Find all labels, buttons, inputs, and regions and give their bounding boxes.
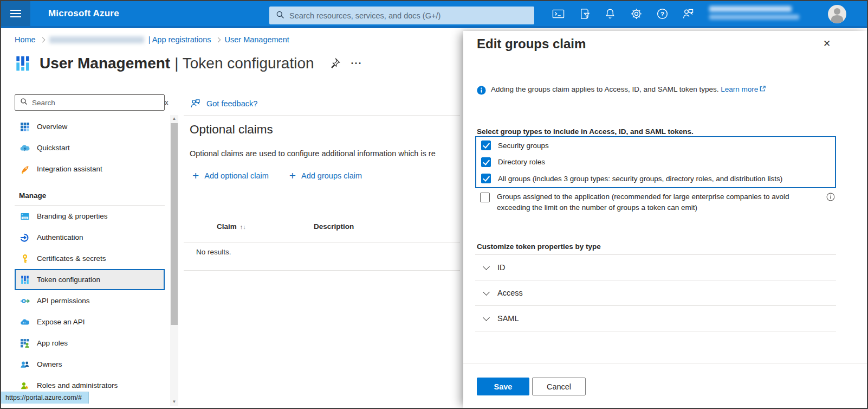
sidebar-item-overview[interactable]: Overview bbox=[15, 116, 165, 137]
help-icon[interactable]: ? bbox=[656, 7, 669, 20]
security-groups-checkbox-row[interactable]: Security groups bbox=[476, 137, 835, 154]
info-outline-icon[interactable] bbox=[826, 193, 835, 203]
rocket-icon bbox=[20, 164, 30, 174]
divider bbox=[184, 115, 460, 116]
accordion-access[interactable]: Access bbox=[475, 280, 836, 306]
feedback-icon bbox=[190, 98, 201, 109]
edit-groups-claim-panel: Edit groups claim ✕ Adding the groups cl… bbox=[463, 31, 868, 408]
svg-text:?: ? bbox=[660, 10, 664, 17]
breadcrumb-home[interactable]: Home bbox=[15, 35, 36, 44]
token-configuration-icon bbox=[15, 54, 31, 73]
search-icon bbox=[276, 10, 284, 21]
sidebar-item-branding-properties[interactable]: www Branding & properties bbox=[15, 206, 165, 227]
chevron-down-icon bbox=[483, 314, 490, 321]
info-text: Adding the groups claim applies to Acces… bbox=[491, 85, 718, 93]
sort-icon: ↑↓ bbox=[240, 223, 246, 230]
chevron-right-icon bbox=[215, 37, 221, 42]
token-configuration-icon bbox=[20, 275, 30, 285]
settings-gear-icon[interactable] bbox=[630, 7, 643, 20]
roles-administrators-icon bbox=[20, 381, 30, 391]
hamburger-icon bbox=[10, 10, 21, 11]
external-link-icon bbox=[759, 85, 766, 94]
checkbox-unchecked-icon[interactable] bbox=[480, 193, 490, 202]
authentication-icon bbox=[20, 233, 30, 242]
accordion-saml[interactable]: SAML bbox=[475, 306, 836, 331]
sidebar-item-quickstart[interactable]: Quickstart bbox=[15, 137, 165, 158]
got-feedback-link[interactable]: Got feedback? bbox=[190, 98, 257, 109]
cloud-shell-icon[interactable] bbox=[552, 7, 565, 20]
claim-column-header[interactable]: Claim ↑↓ bbox=[217, 222, 246, 231]
breadcrumb: Home | App registrations User Management bbox=[15, 34, 289, 45]
all-groups-checkbox-row[interactable]: All groups (includes 3 group types: secu… bbox=[476, 170, 835, 187]
sidebar-scrollbar[interactable]: ▲ ▼ bbox=[170, 115, 178, 406]
chevron-right-icon bbox=[40, 37, 45, 42]
customize-token-properties-label: Customize token properties by type bbox=[477, 242, 601, 251]
save-button[interactable]: Save bbox=[477, 378, 529, 395]
account-email-redacted bbox=[709, 6, 792, 12]
overview-icon bbox=[20, 122, 30, 132]
groups-assigned-checkbox-row[interactable]: Groups assigned to the application (reco… bbox=[475, 191, 822, 214]
search-icon bbox=[20, 98, 28, 107]
status-bar-url: https://portal.azure.com/# bbox=[1, 392, 89, 404]
sidebar-item-api-permissions[interactable]: API permissions bbox=[15, 290, 165, 311]
api-permissions-icon bbox=[20, 296, 30, 306]
plus-icon: + bbox=[192, 171, 199, 181]
add-optional-claim-button[interactable]: + Add optional claim bbox=[192, 171, 269, 181]
sidebar-item-certificates-secrets[interactable]: Certificates & secrets bbox=[15, 248, 165, 269]
directory-filter-icon[interactable] bbox=[578, 7, 591, 20]
global-search-input[interactable]: Search resources, services, and docs (G+… bbox=[269, 7, 534, 24]
sidebar-item-expose-api[interactable]: Expose an API bbox=[15, 311, 165, 333]
sidebar-item-integration-assistant[interactable]: Integration assistant bbox=[15, 158, 165, 180]
learn-more-link[interactable]: Learn more bbox=[721, 85, 758, 93]
scroll-down-arrow-icon[interactable]: ▼ bbox=[170, 398, 178, 406]
sidebar-item-authentication[interactable]: Authentication bbox=[15, 227, 165, 248]
scroll-up-arrow-icon[interactable]: ▲ bbox=[170, 115, 178, 123]
accordion-id[interactable]: ID bbox=[475, 255, 836, 280]
no-results-text: No results. bbox=[196, 248, 231, 256]
checkbox-checked-icon[interactable] bbox=[481, 157, 491, 167]
sidebar-search-input[interactable]: Search bbox=[15, 94, 165, 111]
info-icon bbox=[477, 86, 486, 97]
divider bbox=[463, 363, 868, 363]
checkbox-checked-icon[interactable] bbox=[481, 140, 491, 150]
optional-claims-description: Optional claims are used to configure ad… bbox=[190, 149, 436, 158]
directory-roles-checkbox-row[interactable]: Directory roles bbox=[476, 154, 835, 171]
top-bar-bottom-strip bbox=[1, 26, 867, 28]
cancel-button[interactable]: Cancel bbox=[532, 378, 586, 395]
breadcrumb-user-management[interactable]: User Management bbox=[225, 35, 289, 44]
sidebar-nav: Overview Quickstart Integration assistan… bbox=[15, 116, 165, 396]
more-options-icon[interactable]: ··· bbox=[351, 61, 362, 66]
divider bbox=[184, 270, 460, 271]
token-configuration-content: Got feedback? Optional claims Optional c… bbox=[184, 93, 460, 409]
breadcrumb-tenant-redacted[interactable] bbox=[49, 36, 144, 43]
group-types-box: Security groups Directory roles All grou… bbox=[475, 136, 836, 188]
select-group-types-label: Select group types to include in Access,… bbox=[477, 127, 694, 136]
page-title: User Management| Token configuration bbox=[40, 55, 314, 72]
info-message: Adding the groups claim applies to Acces… bbox=[477, 85, 856, 97]
panel-title: Edit groups claim bbox=[477, 36, 586, 52]
avatar[interactable] bbox=[828, 5, 846, 23]
notifications-bell-icon[interactable] bbox=[604, 7, 617, 20]
breadcrumb-app-registrations[interactable]: | App registrations bbox=[148, 35, 211, 44]
checkbox-checked-icon[interactable] bbox=[481, 174, 491, 183]
chevron-down-icon bbox=[483, 289, 490, 296]
owners-icon bbox=[20, 360, 30, 369]
close-icon[interactable]: ✕ bbox=[821, 38, 833, 50]
description-column-header[interactable]: Description bbox=[314, 222, 354, 231]
quickstart-icon bbox=[20, 143, 30, 153]
add-groups-claim-button[interactable]: + Add groups claim bbox=[289, 171, 362, 181]
sidebar-item-token-configuration[interactable]: Token configuration bbox=[15, 269, 165, 290]
cloud-icon bbox=[20, 317, 30, 327]
chevron-down-icon bbox=[483, 263, 490, 270]
pin-icon[interactable] bbox=[328, 57, 341, 70]
sidebar-item-app-roles[interactable]: App roles bbox=[15, 333, 165, 354]
scrollbar-thumb[interactable] bbox=[171, 123, 178, 325]
account-tenant-redacted bbox=[709, 15, 799, 20]
azure-brand-title[interactable]: Microsoft Azure bbox=[48, 8, 119, 19]
hamburger-menu-button[interactable] bbox=[1, 1, 30, 26]
sidebar-item-owners[interactable]: Owners bbox=[15, 354, 165, 375]
optional-claims-heading: Optional claims bbox=[190, 123, 273, 137]
account-info-redacted[interactable] bbox=[709, 6, 800, 22]
sidebar: Search Overview Quickstart Integration a… bbox=[15, 94, 165, 396]
feedback-icon[interactable] bbox=[682, 7, 695, 20]
